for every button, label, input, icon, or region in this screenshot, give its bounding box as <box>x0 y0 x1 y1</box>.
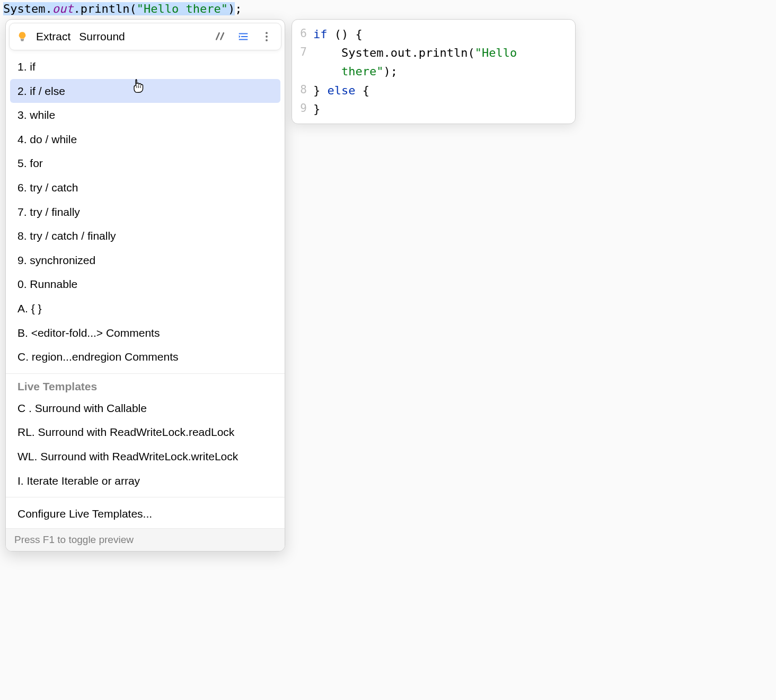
code-token: () { <box>328 28 363 41</box>
live-templates-list: C . Surround with Callable RL. Surround … <box>6 394 285 495</box>
list-item[interactable]: RL. Surround with ReadWriteLock.readLock <box>10 420 280 444</box>
extract-action[interactable]: Extract <box>36 30 70 43</box>
svg-rect-1 <box>21 40 24 41</box>
preview-code: } else { <box>313 81 567 100</box>
comment-icon[interactable] <box>213 30 227 43</box>
surround-options-list: 1. if 2. if / else 3. while 4. do / whil… <box>6 52 285 371</box>
code-token: System.out.println( <box>341 46 475 59</box>
preview-line: there"); <box>297 62 567 81</box>
list-item[interactable]: WL. Surround with ReadWriteLock.writeLoc… <box>10 444 280 469</box>
list-item[interactable]: 5. for <box>10 151 280 176</box>
preview-line: 7 System.out.println("Hello <box>297 43 567 62</box>
code-token: "Hello <box>475 46 524 59</box>
code-token: if <box>313 28 328 41</box>
reformat-icon[interactable] <box>236 30 250 43</box>
surround-with-popup: Extract Surround <box>5 19 285 552</box>
list-item[interactable]: C. region...endregion Comments <box>10 345 280 369</box>
code-token: ); <box>383 65 398 78</box>
svg-point-9 <box>266 39 268 41</box>
svg-rect-0 <box>21 39 24 40</box>
preview-code: } <box>313 100 567 118</box>
list-item[interactable]: 7. try / finally <box>10 200 280 224</box>
separator <box>6 373 285 374</box>
list-item[interactable]: 3. while <box>10 103 280 127</box>
code-token: out <box>52 2 74 15</box>
list-item[interactable]: 9. synchronized <box>10 248 280 273</box>
gutter-line-number <box>297 62 313 81</box>
list-item[interactable]: 8. try / catch / finally <box>10 224 280 248</box>
code-token: System. <box>3 2 52 15</box>
svg-point-8 <box>266 36 268 38</box>
gutter-line-number: 7 <box>297 43 313 62</box>
list-item[interactable]: 0. Runnable <box>10 272 280 296</box>
intention-bulb-icon[interactable] <box>17 31 28 42</box>
list-item[interactable]: C . Surround with Callable <box>10 396 280 421</box>
code-token: ) <box>228 2 235 15</box>
editor-code-line[interactable]: System.out.println("Hello there"); <box>0 0 776 19</box>
popup-toolbar: Extract Surround <box>9 23 281 50</box>
surround-action[interactable]: Surround <box>79 30 125 43</box>
preview-code: there"); <box>313 62 567 81</box>
preview-code: if () { <box>313 25 567 43</box>
code-token: } <box>313 84 328 97</box>
list-item[interactable]: 1. if <box>10 55 280 79</box>
code-token: ; <box>235 2 242 15</box>
list-item[interactable]: 4. do / while <box>10 127 280 152</box>
code-token: .println( <box>73 2 136 15</box>
svg-line-2 <box>216 33 219 39</box>
code-preview-panel: 6if () {7 System.out.println("Hello ther… <box>292 19 576 124</box>
preview-line: 6if () { <box>297 25 567 43</box>
svg-line-3 <box>221 33 224 39</box>
gutter-line-number: 8 <box>297 81 313 100</box>
code-token: "Hello there" <box>137 2 228 15</box>
code-token: there" <box>341 65 383 78</box>
preview-line: 8} else { <box>297 81 567 100</box>
preview-line: 9} <box>297 100 567 118</box>
gutter-line-number: 9 <box>297 100 313 118</box>
gutter-line-number: 6 <box>297 25 313 43</box>
svg-point-7 <box>266 32 268 34</box>
separator <box>6 497 285 497</box>
code-token: } <box>313 102 320 116</box>
more-menu-icon[interactable] <box>260 30 274 43</box>
list-item[interactable]: A. { } <box>10 296 280 321</box>
list-item[interactable]: I. Iterate Iterable or array <box>10 469 280 493</box>
list-item[interactable]: B. <editor-fold...> Comments <box>10 321 280 345</box>
live-templates-header: Live Templates <box>10 376 280 394</box>
code-token: else <box>328 84 356 97</box>
popup-footer-hint: Press F1 to toggle preview <box>6 528 285 551</box>
configure-live-templates[interactable]: Configure Live Templates... <box>10 502 280 526</box>
list-item[interactable]: 6. try / catch <box>10 176 280 200</box>
code-token: { <box>355 84 369 97</box>
preview-code: System.out.println("Hello <box>313 43 567 62</box>
list-item[interactable]: 2. if / else <box>10 79 280 103</box>
